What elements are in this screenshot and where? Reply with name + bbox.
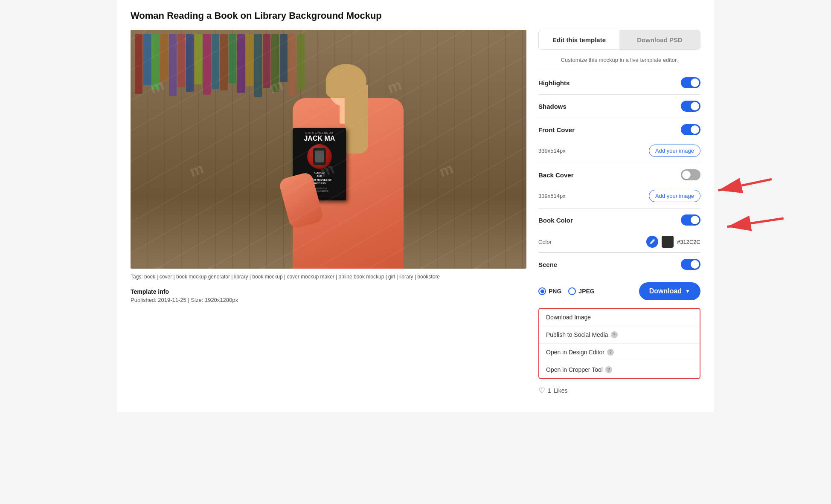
front-cover-sub-row: 339x514px Add your image: [538, 141, 700, 163]
back-cover-size: 339x514px: [538, 193, 645, 199]
watermark-grid: [131, 30, 526, 269]
tab-download-psd[interactable]: Download PSD: [619, 30, 700, 49]
page-wrapper: Woman Reading a Book on Library Backgrou…: [117, 0, 714, 412]
front-cover-toggle-knob: [691, 125, 699, 134]
svg-line-2: [727, 218, 784, 227]
back-cover-toggle[interactable]: [681, 169, 700, 180]
back-cover-add-image-btn[interactable]: Add your image: [649, 190, 700, 202]
back-cover-main-row: Back Cover: [538, 163, 700, 186]
template-info-title: Template info: [131, 288, 526, 295]
book-color-main-row: Book Color: [538, 209, 700, 232]
page-title: Woman Reading a Book on Library Backgrou…: [131, 10, 700, 21]
shadows-label: Shadows: [538, 103, 681, 110]
highlights-toggle[interactable]: [681, 77, 700, 88]
highlights-toggle-knob: [691, 78, 699, 87]
book-color-toggle[interactable]: [681, 214, 700, 226]
jpeg-label: JPEG: [578, 288, 594, 295]
option-back-cover: Back Cover 339x514px Add your image: [538, 163, 700, 209]
back-cover-sub-row: 339x514px Add your image: [538, 186, 700, 208]
option-shadows: Shadows: [538, 95, 700, 118]
design-editor-help-icon[interactable]: ?: [607, 349, 614, 356]
download-btn-label: Download: [649, 287, 682, 295]
options-list: Highlights Shadows Front Cover: [538, 71, 700, 276]
tab-row: Edit this template Download PSD: [538, 30, 700, 50]
tab-edit[interactable]: Edit this template: [539, 30, 619, 49]
front-cover-main-row: Front Cover: [538, 118, 700, 141]
back-cover-label: Back Cover: [538, 171, 681, 179]
option-scene: Scene: [538, 253, 700, 276]
jpeg-radio[interactable]: [568, 287, 576, 295]
front-cover-add-image-btn[interactable]: Add your image: [649, 145, 700, 157]
download-dropdown: Download Image Publish to Social Media ?…: [538, 308, 700, 379]
front-cover-toggle[interactable]: [681, 124, 700, 135]
option-highlights: Highlights: [538, 71, 700, 95]
heart-icon[interactable]: ♡: [538, 386, 545, 395]
scene-toggle[interactable]: [681, 259, 700, 270]
download-chevron-icon: ▼: [685, 288, 690, 294]
color-edit-button[interactable]: [646, 236, 658, 248]
customize-text: Customize this mockup in a live template…: [538, 57, 700, 63]
right-panel: Edit this template Download PSD Customiz…: [538, 30, 700, 402]
dropdown-download-image[interactable]: Download Image: [539, 309, 700, 326]
publish-social-label: Publish to Social Media: [546, 331, 608, 338]
png-option[interactable]: PNG: [538, 287, 561, 295]
download-button[interactable]: Download ▼: [639, 282, 700, 300]
left-column: ENTREPRENEUR JACK MA ALIBABA AND THE 40 …: [131, 30, 526, 303]
download-image-label: Download Image: [546, 314, 591, 321]
png-radio[interactable]: [538, 287, 546, 295]
scene-label: Scene: [538, 261, 681, 268]
format-download-row: PNG JPEG Download ▼: [538, 276, 700, 306]
pencil-icon: [649, 239, 655, 245]
likes-row: ♡ 1 Likes: [538, 379, 700, 402]
scene-toggle-knob: [691, 260, 699, 269]
dropdown-design-editor[interactable]: Open in Design Editor ?: [539, 343, 700, 361]
shadows-toggle[interactable]: [681, 101, 700, 112]
dropdown-publish-social[interactable]: Publish to Social Media ?: [539, 326, 700, 343]
front-cover-label: Front Cover: [538, 126, 681, 133]
option-front-cover: Front Cover 339x514px Add your image: [538, 118, 700, 163]
likes-label: Likes: [554, 387, 568, 394]
back-cover-toggle-knob: [682, 171, 691, 179]
publish-social-help-icon[interactable]: ?: [611, 331, 618, 338]
book-color-sub: Color #312C2C: [538, 232, 700, 252]
book-color-toggle-knob: [691, 216, 699, 224]
color-hex-value: #312C2C: [677, 239, 700, 245]
mockup-image-wrapper: ENTREPRENEUR JACK MA ALIBABA AND THE 40 …: [131, 30, 526, 269]
front-cover-size: 339x514px: [538, 148, 645, 154]
png-label: PNG: [549, 288, 561, 295]
mockup-image: ENTREPRENEUR JACK MA ALIBABA AND THE 40 …: [131, 30, 526, 269]
color-sub-label: Color: [538, 239, 643, 245]
book-color-label: Book Color: [538, 217, 681, 224]
template-info: Template info Published: 2019-11-25 | Si…: [131, 288, 526, 303]
cropper-tool-label: Open in Cropper Tool: [546, 366, 603, 373]
tags-line: Tags: book | cover | book mockup generat…: [131, 274, 526, 280]
main-layout: ENTREPRENEUR JACK MA ALIBABA AND THE 40 …: [131, 30, 700, 402]
dropdown-cropper-tool[interactable]: Open in Cropper Tool ?: [539, 361, 700, 378]
likes-count: 1: [548, 387, 551, 394]
option-book-color: Book Color Color #312C2C: [538, 209, 700, 253]
cropper-tool-help-icon[interactable]: ?: [605, 366, 612, 373]
svg-line-0: [718, 179, 772, 190]
template-info-detail: Published: 2019-11-25 | Size: 1920x1280p…: [131, 297, 526, 303]
jpeg-option[interactable]: JPEG: [568, 287, 594, 295]
color-swatch[interactable]: [662, 236, 674, 248]
shadows-toggle-knob: [691, 102, 699, 110]
highlights-label: Highlights: [538, 79, 681, 87]
design-editor-label: Open in Design Editor: [546, 349, 604, 356]
